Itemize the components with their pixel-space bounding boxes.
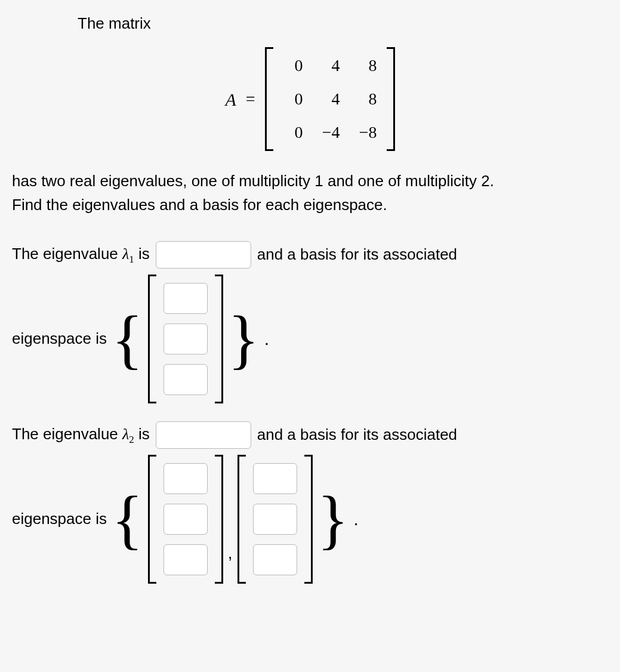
equals-sign: = — [246, 87, 255, 112]
matrix-cell: 0 — [283, 87, 303, 112]
matrix-cell: −8 — [357, 120, 377, 145]
vector2a-entry-1[interactable] — [164, 463, 208, 494]
eigenvalue-2-line: The eigenvalue λ2 is and a basis for its… — [12, 421, 608, 449]
matrix-cell: 0 — [283, 53, 303, 78]
matrix-cell: −4 — [320, 120, 340, 145]
vector1-entry-1[interactable] — [164, 283, 208, 314]
left-bracket-icon — [148, 455, 156, 584]
q2-prefix: The eigenvalue — [12, 425, 122, 443]
left-brace-icon: { — [112, 493, 143, 545]
lambda-symbol: λ — [122, 245, 129, 263]
eigenvalue-1-line: The eigenvalue λ1 is and a basis for its… — [12, 241, 608, 269]
q1-prefix: The eigenvalue — [12, 245, 122, 263]
para-line2: Find the eigenvalues and a basis for eac… — [12, 196, 387, 214]
matrix-cell: 4 — [320, 87, 340, 112]
eigenspace-1-row: eigenspace is { } . — [12, 275, 608, 403]
q1-is: is — [134, 245, 150, 263]
left-bracket-icon — [237, 455, 246, 584]
matrix-cell: 8 — [357, 53, 377, 78]
matrix-A: 0 4 8 0 4 8 0 −4 −8 — [265, 47, 395, 151]
basis-vector-2a — [148, 455, 223, 584]
vector2b-entry-2[interactable] — [253, 504, 297, 535]
eigenvalue-1-input[interactable] — [156, 241, 251, 269]
right-bracket-icon — [215, 275, 223, 403]
q2-suffix: and a basis for its associated — [257, 423, 457, 446]
eigenspace-2-row: eigenspace is { , } . — [12, 455, 608, 584]
problem-description: has two real eigenvalues, one of multipl… — [12, 169, 608, 217]
eigenspace-2-label: eigenspace is — [12, 507, 107, 531]
matrix-cell: 8 — [357, 87, 377, 112]
vector1-entry-2[interactable] — [164, 323, 208, 355]
matrix-equation: A = 0 4 8 0 4 8 0 −4 −8 — [12, 47, 608, 151]
vector2a-entry-2[interactable] — [164, 504, 208, 535]
lambda-subscript: 2 — [129, 434, 134, 445]
vector2b-entry-3[interactable] — [253, 544, 297, 575]
eigenvalue-2-input[interactable] — [156, 421, 251, 449]
period: . — [264, 325, 269, 352]
matrix-cell: 0 — [283, 120, 303, 145]
basis-vector-2b — [237, 455, 313, 584]
q1-suffix: and a basis for its associated — [257, 243, 457, 266]
comma: , — [228, 541, 233, 584]
para-line1: has two real eigenvalues, one of multipl… — [12, 172, 494, 190]
left-bracket-icon — [265, 47, 273, 151]
right-bracket-icon — [387, 47, 395, 151]
matrix-label: A — [225, 86, 236, 113]
period: . — [353, 505, 358, 532]
lambda-symbol: λ — [122, 426, 129, 443]
basis-vector-1 — [148, 275, 223, 403]
left-bracket-icon — [148, 275, 156, 403]
matrix-cell: 4 — [320, 53, 340, 78]
right-brace-icon: } — [228, 313, 260, 365]
vector2b-entry-1[interactable] — [253, 463, 297, 494]
vector1-entry-3[interactable] — [164, 364, 208, 395]
right-brace-icon: } — [317, 493, 349, 545]
left-brace-icon: { — [112, 313, 143, 365]
right-bracket-icon — [215, 455, 223, 584]
right-bracket-icon — [304, 455, 313, 584]
eigenspace-1-label: eigenspace is — [12, 327, 107, 350]
lambda-subscript: 1 — [129, 254, 134, 265]
q2-is: is — [134, 425, 150, 443]
intro-text: The matrix — [78, 12, 608, 35]
vector2a-entry-3[interactable] — [164, 544, 208, 575]
